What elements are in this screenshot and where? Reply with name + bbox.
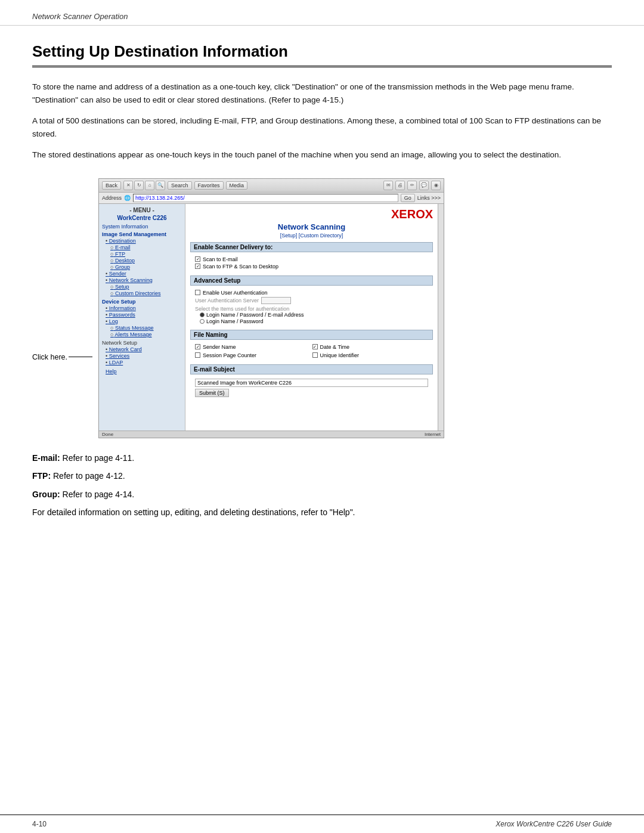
file-naming-content: ✓ Sender Name ✓ Date & Time Session Page… <box>190 342 433 361</box>
auth-server-row: User Authentication Server <box>195 297 428 304</box>
sidebar-custom-directories[interactable]: ○ Custom Directories <box>110 290 182 296</box>
status-zone: Internet <box>425 432 441 437</box>
sidebar-group[interactable]: ○ Group <box>110 264 182 270</box>
sidebar-email[interactable]: ○ E-mail <box>110 244 182 250</box>
file-naming-section: File Naming <box>190 330 433 340</box>
sender-name-label: Sender Name <box>203 344 236 350</box>
ftp-ref: FTP: Refer to page 4-12. <box>32 469 612 482</box>
enable-scanner-content: ✓ Scan to E-mail ✓ Scan to FTP & Scan to… <box>190 255 433 272</box>
go-button[interactable]: Go <box>401 194 415 202</box>
setup-links: [Setup] [Custom Directory] <box>190 233 433 239</box>
unique-id-checkbox[interactable] <box>312 352 318 358</box>
workcentre-title: WorkCentre C226 <box>102 215 182 221</box>
menu-title: - MENU - <box>102 207 182 213</box>
email-subject-section: E-mail Subject <box>190 364 433 374</box>
setup-link[interactable]: [Setup] <box>280 233 298 239</box>
footer-product-name: Xerox WorkCentre C226 User Guide <box>496 820 612 828</box>
footer-page-number: 4-10 <box>32 820 47 828</box>
image-send-label: Image Send Management <box>102 231 182 237</box>
address-bar: Address 🌐 Go Links >>> <box>99 193 444 204</box>
sidebar-passwords[interactable]: • Passwords <box>106 312 182 318</box>
email-subject-content: Submit (S) <box>190 377 433 399</box>
date-time-checkbox[interactable]: ✓ <box>312 344 318 349</box>
mail-icon[interactable]: ✉ <box>383 181 393 190</box>
stop-icon[interactable]: ✕ <box>123 181 133 190</box>
page-footer: 4-10 Xerox WorkCentre C226 User Guide <box>0 815 644 833</box>
click-here-label: Click here. <box>32 353 92 361</box>
session-page-checkbox[interactable] <box>195 352 200 358</box>
home-icon[interactable]: ⌂ <box>145 181 154 190</box>
login-pass-email-radio[interactable] <box>200 312 205 317</box>
subject-input[interactable] <box>195 379 428 387</box>
date-time-row: ✓ Date & Time <box>312 344 429 350</box>
sender-name-checkbox[interactable]: ✓ <box>195 344 200 349</box>
print-icon[interactable]: 🖨 <box>395 181 405 190</box>
intro-paragraph-1: To store the name and address of a desti… <box>32 80 612 106</box>
auth-server-dropdown[interactable] <box>261 297 291 304</box>
submit-button[interactable]: Submit (S) <box>195 389 229 397</box>
address-input[interactable] <box>133 194 398 202</box>
scan-email-label: Scan to E-mail <box>203 256 238 262</box>
browser-sidebar: - MENU - WorkCentre C226 System Informat… <box>99 204 185 431</box>
sidebar-services[interactable]: • Services <box>106 353 182 359</box>
enable-auth-checkbox[interactable] <box>195 290 200 295</box>
sidebar-log[interactable]: • Log <box>106 318 182 324</box>
sidebar-sender[interactable]: • Sender <box>106 271 182 277</box>
intro-paragraph-2: A total of 500 destinations can be store… <box>32 114 612 140</box>
sidebar-information[interactable]: • Information <box>106 305 182 311</box>
sidebar-alerts-message[interactable]: ○ Alerts Message <box>110 332 182 337</box>
main-content: Setting Up Destination Information To st… <box>0 26 644 548</box>
search-icon[interactable]: 🔍 <box>156 181 165 190</box>
enable-auth-label: Enable User Authentication <box>203 290 268 296</box>
session-page-label: Session Page Counter <box>203 352 256 358</box>
scan-ftp-label: Scan to FTP & Scan to Desktop <box>203 264 278 270</box>
scan-email-checkbox[interactable]: ✓ <box>195 256 200 262</box>
discuss-icon[interactable]: 💬 <box>419 181 429 190</box>
group-ref: Group: Refer to page 4-14. <box>32 488 612 501</box>
browser-main-area: XEROX Network Scanning [Setup] [Custom D… <box>185 204 438 431</box>
date-time-label: Date & Time <box>320 344 350 350</box>
system-info-label: System Information <box>102 224 182 230</box>
xerox-logo: XEROX <box>190 208 433 221</box>
advanced-setup-content: Enable User Authentication User Authenti… <box>190 288 433 327</box>
references-section: E-mail: Refer to page 4-11. FTP: Refer t… <box>32 451 612 519</box>
refresh-icon[interactable]: ↻ <box>134 181 144 190</box>
sidebar-help[interactable]: Help <box>106 368 182 374</box>
auth-server-label: User Authentication Server <box>195 298 259 304</box>
media-button[interactable]: Media <box>226 181 248 190</box>
sidebar-desktop[interactable]: ○ Desktop <box>110 258 182 264</box>
sidebar-status-message[interactable]: ○ Status Message <box>110 325 182 331</box>
select-items-label: Select the Items used for authentication <box>195 306 289 312</box>
sidebar-network-scanning[interactable]: • Network Scanning <box>106 277 182 283</box>
sidebar-setup[interactable]: ○ Setup <box>110 284 182 290</box>
msn-icon[interactable]: ◉ <box>431 181 441 190</box>
page-title: Setting Up Destination Information <box>32 42 612 67</box>
browser-statusbar: Done Internet <box>99 431 444 438</box>
sidebar-destination[interactable]: • Destination <box>106 238 182 244</box>
back-button[interactable]: Back <box>102 181 121 190</box>
screenshot-area: Click here. Back ✕ ↻ ⌂ 🔍 Search Favorite… <box>32 178 612 438</box>
help-ref: For detailed information on setting up, … <box>32 506 612 519</box>
scan-ftp-checkbox[interactable]: ✓ <box>195 264 200 269</box>
network-scanning-heading: Network Scanning <box>190 222 433 231</box>
favorites-button[interactable]: Favorites <box>194 181 224 190</box>
search-button[interactable]: Search <box>168 181 192 190</box>
scan-email-row: ✓ Scan to E-mail <box>195 256 428 262</box>
login-pass-radio[interactable] <box>200 319 205 324</box>
edit-icon[interactable]: ✏ <box>407 181 417 190</box>
sidebar-ftp[interactable]: ○ FTP <box>110 251 182 257</box>
click-here-line <box>69 357 92 357</box>
network-setup-label: Network Setup <box>102 340 182 346</box>
intro-paragraph-3: The stored destinations appear as one-to… <box>32 148 612 162</box>
links-label: Links >>> <box>417 195 441 201</box>
sender-name-row: ✓ Sender Name <box>195 344 311 350</box>
login-pass-row: Login Name / Password <box>195 318 428 324</box>
advanced-setup-section: Advanced Setup <box>190 275 433 286</box>
scrollbar[interactable] <box>438 204 444 431</box>
custom-dir-link[interactable]: [Custom Directory] <box>299 233 343 239</box>
browser-nav-icons: ✕ ↻ ⌂ 🔍 <box>123 181 165 190</box>
sidebar-network-card[interactable]: • Network Card <box>106 346 182 352</box>
session-page-row: Session Page Counter <box>195 352 311 358</box>
sidebar-ldap[interactable]: • LDAP <box>106 360 182 366</box>
login-pass-email-row: Login Name / Password / E-mail Address <box>195 312 428 318</box>
